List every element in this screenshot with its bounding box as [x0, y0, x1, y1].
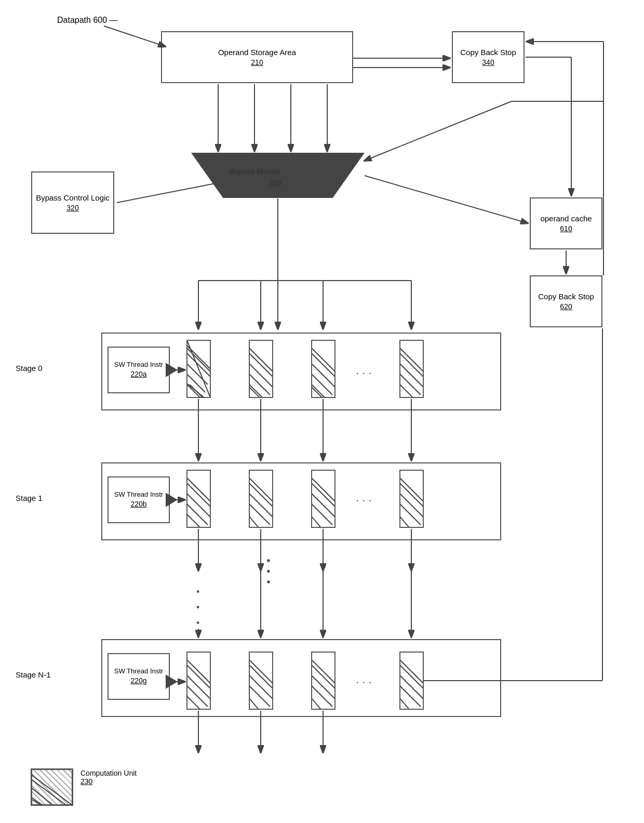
stage1-box: SW Thread Instr 220b — [101, 462, 501, 540]
sw-thread-220a-box: SW Thread Instr 220a — [108, 347, 170, 393]
svg-text:330: 330 — [269, 179, 281, 187]
sw-thread-220g-box: SW Thread Instr 220g — [108, 653, 170, 700]
copy-back-stop-right-box: Copy Back Stop 620 — [530, 275, 602, 327]
svg-line-17 — [365, 176, 529, 223]
svg-text:•: • — [196, 602, 199, 613]
svg-line-154 — [364, 101, 512, 161]
sw-thread-220b-box: SW Thread Instr 220b — [108, 476, 170, 523]
datapath-label: Datapath 600 — — [57, 16, 118, 25]
operand-cache-box: operand cache 610 — [530, 197, 602, 249]
svg-text:Bypass Muxes: Bypass Muxes — [229, 167, 280, 176]
stage0-label: Stage 0 — [16, 364, 43, 373]
svg-marker-3 — [192, 153, 364, 197]
svg-text:•: • — [196, 618, 199, 628]
copy-back-stop-top-box: Copy Back Stop 340 — [452, 31, 525, 83]
stage1-label: Stage 1 — [16, 494, 43, 502]
svg-line-2 — [104, 26, 166, 47]
vertical-dots: • • • — [262, 559, 274, 586]
svg-text:•: • — [196, 587, 199, 597]
computation-unit-label: Computation Unit 230 — [81, 769, 137, 786]
svg-line-162 — [36, 804, 78, 823]
bypass-control-box: Bypass Control Logic 320 — [31, 171, 114, 234]
operand-storage-box: Operand Storage Area 210 — [161, 31, 353, 83]
stage0-box: SW Thread Instr 220a — [101, 333, 501, 410]
computation-unit-box — [31, 769, 73, 805]
stageN-box: SW Thread Instr 220g — [101, 639, 501, 717]
diagram-container: Datapath 600 — Operand Storage Area 210 … — [0, 0, 644, 823]
stageN-label: Stage N-1 — [16, 670, 51, 679]
svg-line-7 — [117, 182, 223, 203]
